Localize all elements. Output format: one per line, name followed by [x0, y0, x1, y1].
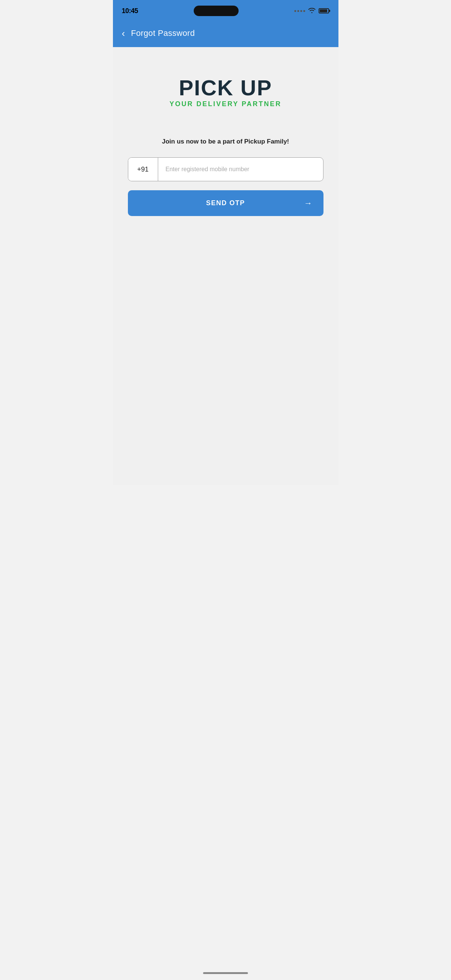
phone-input-container: +91 [128, 158, 324, 181]
dynamic-island [194, 6, 239, 16]
nav-header: ‹ Forgot Password [113, 21, 338, 47]
wifi-icon [308, 8, 316, 14]
tagline-text: Join us now to be a part of Pickup Famil… [128, 138, 324, 145]
main-content: PICK UP YOUR DELIVERY PARTNER Join us no… [113, 47, 338, 485]
battery-icon [319, 8, 329, 13]
status-time: 10:45 [122, 7, 139, 15]
send-otp-button[interactable]: SEND OTP → [128, 190, 324, 216]
status-bar: 10:45 [113, 0, 338, 21]
logo-main-text: PICK UP [179, 77, 272, 99]
page-title: Forgot Password [131, 29, 195, 38]
send-otp-label: SEND OTP [139, 199, 312, 207]
signal-icon [294, 10, 305, 12]
status-icons [294, 8, 329, 14]
phone-input[interactable] [158, 158, 323, 181]
arrow-right-icon: → [304, 199, 313, 208]
logo-container: PICK UP YOUR DELIVERY PARTNER [169, 77, 282, 108]
country-code-label: +91 [128, 158, 158, 181]
back-button[interactable]: ‹ [122, 29, 125, 38]
logo-subtitle-text: YOUR DELIVERY PARTNER [169, 100, 282, 108]
